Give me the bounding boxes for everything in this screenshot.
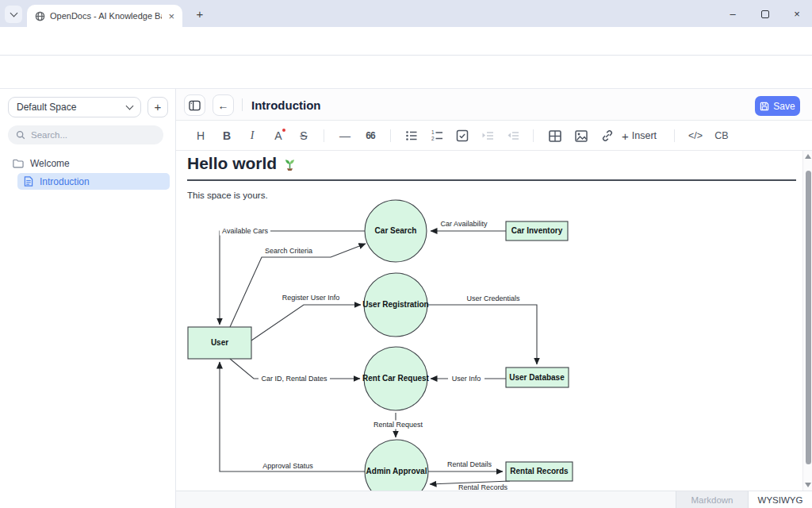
node-label: User Registration: [362, 300, 428, 309]
editor-content[interactable]: Hello world This space is yours.: [176, 151, 802, 491]
scrollbar-thumb[interactable]: [806, 171, 811, 464]
seedling-emoji-icon: [282, 156, 297, 171]
window-close-button[interactable]: ×: [791, 8, 803, 19]
editor-scrollbar[interactable]: [802, 151, 812, 491]
table-button[interactable]: [546, 126, 565, 145]
page-title: Introduction: [251, 98, 320, 112]
globe-favicon-icon: [35, 11, 45, 21]
data-flow-diagram: Car Search User Registration Rent Car Re…: [184, 197, 802, 491]
node-label: Rent Car Request: [362, 374, 430, 383]
checkbox-list-button[interactable]: [453, 126, 472, 145]
chevron-down-icon: [126, 102, 134, 110]
tab-strip: OpenDocs - AI Knowledge Base × + – ×: [0, 0, 812, 27]
document-heading-row: Hello world: [187, 154, 796, 181]
space-selector-value: Default Space: [17, 102, 127, 113]
tab-wysiwyg[interactable]: WYSIWYG: [748, 491, 812, 508]
edge-label: Approval Status: [262, 462, 313, 470]
plus-icon: +: [622, 129, 629, 143]
node-label: User Database: [509, 373, 565, 382]
edge-label: Rental Request: [373, 421, 423, 429]
node-label: Admin Approval: [366, 467, 427, 475]
toolbar-separator: [674, 129, 675, 142]
image-button[interactable]: [572, 126, 591, 145]
indent-button[interactable]: [478, 126, 497, 145]
toolbar-separator: [390, 129, 391, 142]
edge-label: User Credentials: [466, 294, 520, 302]
node-label: Car Inventory: [511, 226, 563, 235]
sidebar-item-label: Welcome: [30, 158, 70, 169]
search-icon: [16, 130, 25, 140]
link-button[interactable]: [598, 126, 617, 145]
inline-code-button[interactable]: </>: [683, 126, 708, 145]
back-button[interactable]: ←: [213, 94, 234, 116]
space-selector[interactable]: Default Space: [8, 97, 141, 117]
scroll-up-arrow-icon[interactable]: [805, 154, 811, 159]
sidebar-item-label: Introduction: [40, 176, 90, 187]
edge-label: Available Cars: [222, 227, 268, 235]
blockquote-button[interactable]: 66: [361, 126, 380, 145]
document-icon: [24, 176, 33, 187]
browser-toolbar: ← → ai-toolbox.visual-paradigm.com/app/o…: [0, 27, 812, 56]
browser-tab[interactable]: OpenDocs - AI Knowledge Base ×: [27, 5, 182, 27]
save-floppy-icon: [760, 102, 769, 111]
edge-label: Rental Records: [458, 483, 508, 491]
edge-label: User Info: [452, 375, 481, 383]
bold-button[interactable]: B: [217, 126, 236, 145]
edge-label: Car Availability: [441, 220, 488, 228]
color-dot-icon: [282, 129, 285, 132]
edge-label: Search Criteria: [265, 247, 312, 255]
header-divider: [242, 98, 243, 111]
flow-user-credentials: [427, 305, 537, 364]
add-space-button[interactable]: +: [147, 97, 168, 117]
folder-icon: [13, 159, 24, 168]
sidebar-search[interactable]: [8, 125, 163, 144]
browser-window: OpenDocs - AI Knowledge Base × + – × ← →…: [0, 0, 812, 508]
process-admin-approval[interactable]: [365, 440, 428, 491]
svg-text:1: 1: [431, 129, 435, 135]
edge-label: Rental Details: [447, 460, 492, 468]
node-label: Rental Records: [510, 467, 569, 475]
svg-text:2: 2: [431, 136, 435, 141]
toolbar-separator: [324, 129, 324, 142]
italic-button[interactable]: I: [243, 126, 262, 145]
tab-markdown[interactable]: Markdown: [676, 491, 748, 508]
new-tab-button[interactable]: +: [192, 6, 208, 22]
outdent-button[interactable]: [504, 126, 523, 145]
window-minimize-button[interactable]: –: [726, 8, 739, 19]
chevron-down-icon: [10, 10, 17, 17]
tab-close-icon[interactable]: ×: [167, 10, 176, 22]
app-header: OpenDocs Powered by Visual Paradigm Shar…: [0, 56, 812, 89]
node-label: User: [211, 338, 228, 347]
save-button[interactable]: Save: [755, 96, 800, 116]
strikethrough-button[interactable]: S: [294, 126, 313, 145]
insert-button[interactable]: + Insert: [622, 126, 657, 145]
tab-title: OpenDocs - AI Knowledge Base: [50, 11, 162, 21]
horizontal-rule-button[interactable]: —: [335, 126, 354, 145]
flow-search-criteria: [230, 244, 366, 327]
edge-label: Register User Info: [282, 294, 340, 302]
collapse-sidebar-button[interactable]: [184, 94, 205, 116]
bullet-list-button[interactable]: [402, 126, 421, 145]
sidebar-item-introduction[interactable]: Introduction: [17, 173, 170, 190]
flow-available-cars: [220, 231, 365, 325]
numbered-list-button[interactable]: 12: [427, 126, 446, 145]
scroll-down-arrow-icon[interactable]: [805, 483, 811, 487]
editor-footer: Markdown WYSIWYG: [176, 491, 812, 508]
window-maximize-button[interactable]: [761, 10, 769, 18]
sidebar: Default Space + Welcome Introduction: [0, 89, 176, 508]
sidebar-item-welcome[interactable]: Welcome: [6, 155, 170, 171]
font-color-button[interactable]: A: [269, 126, 288, 145]
node-label: Car Search: [375, 226, 417, 235]
save-label: Save: [773, 101, 795, 112]
code-block-button[interactable]: CB: [710, 126, 733, 145]
flow-register-user-info: [251, 305, 361, 341]
tab-search-button[interactable]: [5, 6, 22, 23]
document-heading: Hello world: [187, 154, 277, 173]
panel-toggle-icon: [189, 100, 201, 111]
toolbar-separator: [533, 129, 534, 142]
heading-button[interactable]: H: [191, 126, 210, 145]
edge-label: Car ID, Rental Dates: [261, 375, 327, 383]
search-input[interactable]: [31, 130, 150, 140]
